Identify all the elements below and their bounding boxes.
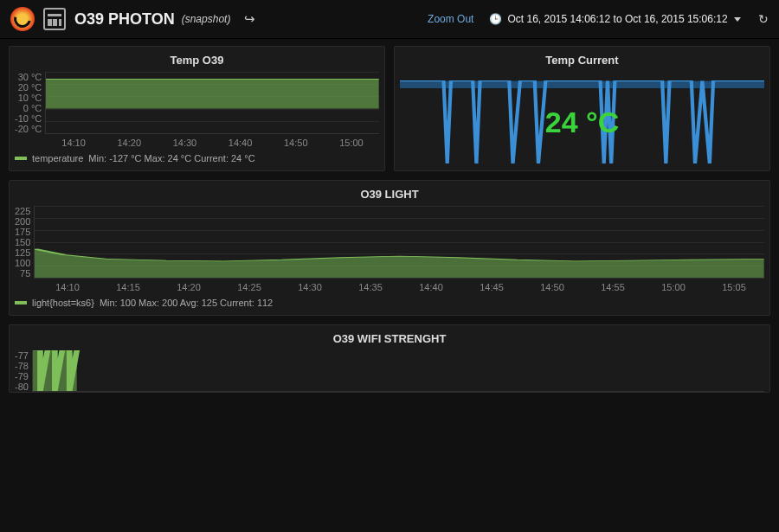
x-tick: 14:55: [583, 282, 643, 292]
x-tick: 14:45: [461, 282, 522, 292]
legend-series: temperature: [32, 153, 83, 163]
time-range-picker[interactable]: Oct 16, 2015 14:06:12 to Oct 16, 2015 15…: [507, 13, 741, 25]
svg-marker-1: [400, 81, 764, 88]
y-axis: 30 °C 20 °C 10 °C 0 °C -10 °C -20 °C: [15, 72, 45, 134]
legend-series: light{host=ks6}: [32, 298, 94, 308]
x-tick: 14:20: [158, 282, 219, 292]
y-tick: -20 °C: [15, 124, 42, 134]
x-tick: 15:00: [643, 282, 704, 292]
x-tick: 14:50: [522, 282, 583, 292]
y-tick: 10 °C: [18, 93, 42, 103]
legend-swatch-icon: [15, 301, 27, 304]
zoom-out-button[interactable]: Zoom Out: [428, 13, 473, 25]
dashboard-title[interactable]: O39 PHOTON: [74, 10, 175, 29]
panel-title: O39 WIFI STRENGHT: [15, 330, 764, 350]
legend-stats: Min: 100 Max: 200 Avg: 125 Current: 112: [100, 298, 273, 308]
x-tick: 15:05: [704, 282, 764, 292]
y-axis: 225 200 175 150 125 100 75: [15, 206, 34, 279]
panel-temp-current[interactable]: Temp Current 24 °C: [394, 46, 770, 171]
y-tick: 20 °C: [18, 82, 42, 93]
x-tick: 14:40: [213, 138, 268, 148]
x-tick: 14:35: [340, 282, 401, 292]
y-tick: -79: [15, 371, 29, 381]
y-tick: 100: [15, 258, 30, 268]
panel-title: Temp O39: [15, 52, 379, 72]
x-tick: 14:10: [37, 282, 98, 292]
x-tick: 14:30: [280, 282, 340, 292]
panel-o39-light[interactable]: O39 LIGHT 225 200 175 150 125 100 75: [9, 180, 770, 316]
svg-marker-0: [46, 80, 379, 109]
y-tick: 200: [15, 216, 30, 227]
top-bar: O39 PHOTON (snapshot) ↪ Zoom Out 🕒 Oct 1…: [0, 0, 779, 39]
x-tick: 14:30: [157, 138, 212, 148]
legend[interactable]: light{host=ks6} Min: 100 Max: 200 Avg: 1…: [15, 292, 764, 308]
y-tick: 175: [15, 227, 30, 237]
panel-title: O39 LIGHT: [15, 186, 764, 206]
x-tick: 15:00: [324, 138, 379, 148]
x-tick: 14:20: [101, 138, 157, 148]
y-tick: 225: [15, 206, 30, 216]
x-tick: 14:15: [98, 282, 158, 292]
svg-marker-2: [35, 249, 764, 278]
refresh-icon[interactable]: ↻: [758, 12, 769, 26]
y-axis: -77 -78 -79 -80: [15, 350, 32, 392]
dashboard-subtitle: (snapshot): [182, 13, 231, 25]
x-axis: 14:10 14:20 14:30 14:40 14:50 15:00: [15, 134, 379, 148]
panel-title: Temp Current: [400, 52, 764, 72]
panel-temp-o39[interactable]: Temp O39 30 °C 20 °C 10 °C 0 °C -10 °C -…: [9, 46, 385, 171]
y-tick: 150: [15, 237, 30, 247]
clock-icon: 🕒: [489, 13, 502, 25]
plot-area[interactable]: [34, 206, 764, 279]
temp-series-icon: [46, 72, 379, 133]
plot-area[interactable]: 24 °C: [400, 72, 764, 163]
x-axis: 14:10 14:15 14:20 14:25 14:30 14:35 14:4…: [15, 279, 764, 292]
x-tick: 14:40: [401, 282, 461, 292]
singlestat-value: 24 °C: [545, 106, 619, 139]
x-tick: 14:25: [219, 282, 280, 292]
y-tick: -77: [15, 350, 29, 361]
plot-area[interactable]: [32, 350, 764, 392]
legend-swatch-icon: [15, 157, 27, 160]
x-tick: 14:50: [268, 138, 324, 148]
wifi-series-icon: [33, 350, 764, 391]
dashboard-icon[interactable]: [43, 8, 66, 30]
legend-stats: Min: -127 °C Max: 24 °C Current: 24 °C: [88, 153, 254, 163]
chevron-down-icon: [734, 17, 741, 22]
y-tick: -80: [15, 381, 29, 392]
grafana-logo-icon[interactable]: [10, 7, 35, 31]
plot-area[interactable]: [45, 72, 379, 134]
share-icon[interactable]: ↪: [244, 11, 255, 27]
y-tick: 0 °C: [23, 103, 42, 113]
y-tick: 30 °C: [18, 72, 42, 82]
y-tick: 125: [15, 247, 30, 258]
legend[interactable]: temperature Min: -127 °C Max: 24 °C Curr…: [15, 148, 379, 163]
time-range-text: Oct 16, 2015 14:06:12 to Oct 16, 2015 15…: [507, 13, 727, 25]
light-series-icon: [35, 206, 764, 278]
y-tick: 75: [20, 268, 30, 279]
panel-o39-wifi[interactable]: O39 WIFI STRENGHT -77 -78 -79 -80: [9, 324, 770, 393]
y-tick: -78: [15, 361, 29, 371]
x-tick: 14:10: [46, 138, 101, 148]
y-tick: -10 °C: [15, 113, 42, 124]
